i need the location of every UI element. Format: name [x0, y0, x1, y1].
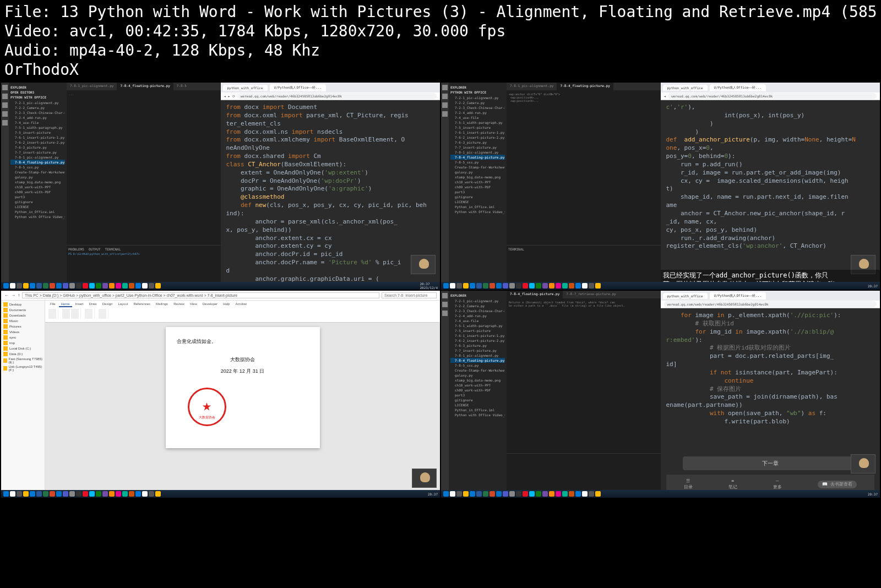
file-tree-item[interactable]: 7-4_use-file	[450, 318, 505, 323]
file-tree-item[interactable]: 7-7_insert-picture.py	[450, 348, 505, 353]
search-icon[interactable]	[442, 302, 448, 307]
ribbon-tab[interactable]: Home	[59, 302, 72, 307]
back-icon[interactable]: ◄	[664, 94, 666, 98]
file-tree-item[interactable]: gitignore	[450, 398, 505, 402]
file-tree-item[interactable]: 7-6-3_picture.py	[10, 145, 65, 150]
file-tree-item[interactable]: stamp_big.data-memo.png	[450, 378, 505, 383]
word-page[interactable]: 合意化成情如金。 大数据协会 2022 年 12 月 31 日 大数据协会	[166, 327, 320, 448]
file-tree-item[interactable]: 7-2-4_add-run.py	[450, 313, 505, 318]
ppt-icon[interactable]	[63, 491, 68, 497]
ribbon-tab[interactable]: View	[188, 302, 199, 307]
fe-sidebar-item[interactable]: Downloads	[2, 313, 43, 318]
file-tree-item[interactable]: part3	[450, 189, 505, 194]
windows-taskbar[interactable]: 20:37	[1, 490, 440, 498]
taskbar-clock[interactable]: 20:372023/12/4	[420, 282, 438, 290]
file-tree-item[interactable]: 7-2-4_add-run.py	[10, 115, 65, 120]
editor-tab-active[interactable]: 7-8-4_floating-picture.py	[117, 83, 173, 90]
explorer-icon[interactable]	[442, 293, 448, 298]
ribbon-tab[interactable]: Acrobat	[233, 302, 249, 307]
camera-icon[interactable]	[582, 283, 588, 288]
paint-icon[interactable]	[122, 283, 128, 288]
word-icon[interactable]	[50, 283, 55, 288]
file-tree-item[interactable]: LICENSE	[10, 204, 65, 209]
file-tree-item[interactable]: 7-6-2_insert-picture-2.py	[450, 135, 505, 140]
vscode-editor[interactable]: <wp:anchor distT="0" distB="0"> <wp:posi…	[507, 90, 661, 245]
editor-tab[interactable]: 7-8-1_pic-alignment.py	[67, 83, 117, 90]
file-tree-item[interactable]: 7-4_use-file	[10, 120, 65, 125]
excel-icon[interactable]	[496, 283, 502, 288]
notepad-icon[interactable]	[109, 283, 115, 288]
teams-icon[interactable]	[76, 283, 81, 288]
onedrive-icon[interactable]	[523, 491, 528, 497]
file-tree-item[interactable]: ch09_work-with-PDF	[450, 388, 505, 393]
bookshelf-button[interactable]: 📖 去书架查看	[818, 481, 857, 489]
teams-icon[interactable]	[516, 491, 521, 497]
photos-icon[interactable]	[149, 491, 154, 497]
fe-sidebar-item[interactable]: Local Disk (C:)	[2, 346, 43, 351]
file-tree-item[interactable]: gitignore	[10, 199, 65, 204]
editor-tab-active[interactable]: 7-8-4_floating-picture.py	[507, 291, 563, 298]
mail-icon[interactable]	[595, 283, 601, 288]
chrome-icon[interactable]	[536, 491, 541, 497]
file-tree-item[interactable]: ch10_work-with-PPT	[10, 184, 65, 189]
vscode-editor[interactable]: ...	[67, 90, 221, 245]
fe-sidebar-item[interactable]: Documents	[2, 307, 43, 313]
file-tree-item[interactable]: 7-6-2_insert-picture-2.py	[10, 140, 65, 145]
file-tree-item[interactable]: 7-8-5_sss.py	[10, 165, 65, 170]
edge-icon[interactable]	[470, 283, 475, 288]
file-tree-item[interactable]: 7-2-4_add-run.py	[450, 110, 505, 115]
file-tree-item[interactable]: 7-2-2_Camera.py	[450, 303, 505, 308]
taskview-icon[interactable]	[456, 491, 462, 497]
start-icon[interactable]	[443, 491, 449, 497]
file-tree-item[interactable]: 7-8-4_floating-picture.py	[450, 155, 505, 160]
terminal-tab[interactable]: PROBLEMS	[68, 247, 84, 251]
file-tree-item[interactable]: 7-6-1_insert-picture-1.py	[450, 130, 505, 135]
taskview-icon[interactable]	[456, 283, 462, 288]
file-tree-item[interactable]: 7-8-5_sss.py	[450, 160, 505, 165]
ribbon-tab[interactable]: File	[48, 302, 58, 307]
vscode-tabs[interactable]: 7-8-4_floating-picture.py 7-8-7_retrieve…	[507, 291, 661, 298]
terminal-tab[interactable]: TERMINAL	[105, 247, 121, 251]
file-tree-item[interactable]: 7-2-1_pic-alignment.py	[450, 298, 505, 303]
file-tree-item[interactable]: ch09_work-with-PDF	[10, 189, 65, 194]
explorer-icon[interactable]	[442, 85, 448, 90]
file-tree-item[interactable]: 7-6-1_insert-picture-1.py	[10, 135, 65, 140]
up-icon[interactable]: ↑	[18, 293, 20, 298]
fe-sidebar-item[interactable]: Desktop	[2, 302, 43, 307]
mail-icon[interactable]	[595, 491, 601, 497]
file-tree-item[interactable]: part3	[10, 194, 65, 199]
fe-toolbar[interactable]: ← → ↑ This PC > Data (D:) > GitHub > pyt…	[1, 291, 440, 301]
taskbar-clock[interactable]: 20:37	[868, 284, 878, 288]
vscode-activity-bar[interactable]	[441, 83, 449, 290]
file-tree-item[interactable]: Python with Office Video_Covers.p	[10, 214, 65, 219]
search-icon[interactable]	[2, 94, 8, 99]
browser-tab[interactable]: U/Python填人Office——轻...	[270, 84, 327, 91]
file-tree-item[interactable]: 7-5-1_width-paragraph.py	[10, 125, 65, 130]
vscode-icon[interactable]	[483, 491, 488, 497]
vscode-editor[interactable]: Returns a |Document| object loaded from …	[507, 298, 661, 453]
vscode-activity-bar[interactable]	[441, 291, 449, 498]
back-icon[interactable]: ←	[4, 293, 9, 298]
fe-sidebar-item[interactable]: Usb (Longsys13 T495) (F:)	[2, 364, 43, 372]
search-input[interactable]	[382, 292, 437, 298]
source-control-icon[interactable]	[2, 102, 8, 108]
url-input[interactable]: weread.qq.com/web/reader/46b324505813ab6…	[668, 93, 877, 99]
fe-sidebar[interactable]: DesktopDocumentsDownloadsMusicPicturesVi…	[1, 301, 45, 498]
file-tree-item[interactable]: galaxy.py	[450, 170, 505, 175]
outlook-icon[interactable]	[509, 491, 515, 497]
browser-toolbar[interactable]: ◄ ► ⟳ weread.qq.com/web/reader/46b324505…	[221, 92, 440, 100]
store-icon[interactable]	[36, 283, 42, 288]
vscode-sidebar[interactable]: EXPLORER OPEN EDITORS PYTHON WITH OFFICE…	[9, 83, 67, 290]
calc-icon[interactable]	[556, 283, 561, 288]
vscode-icon[interactable]	[43, 283, 48, 288]
calc-icon[interactable]	[116, 491, 121, 497]
browser-toolbar[interactable]: ◄ weread.qq.com/web/reader/46b324505813a…	[661, 92, 880, 100]
browser-content[interactable]: c','r'), int(pos_x), int(pos_y) ) ) def …	[661, 100, 880, 290]
file-tree-item[interactable]: part3	[450, 393, 505, 398]
bold-button[interactable]	[71, 309, 79, 319]
browser-tab[interactable]: U/Python填人Office——轻...	[710, 84, 766, 91]
file-tree-item[interactable]: gitignore	[450, 194, 505, 199]
notes-button[interactable]: ≡笔记	[728, 478, 737, 491]
camera-icon[interactable]	[142, 283, 148, 288]
store-icon[interactable]	[476, 491, 482, 497]
